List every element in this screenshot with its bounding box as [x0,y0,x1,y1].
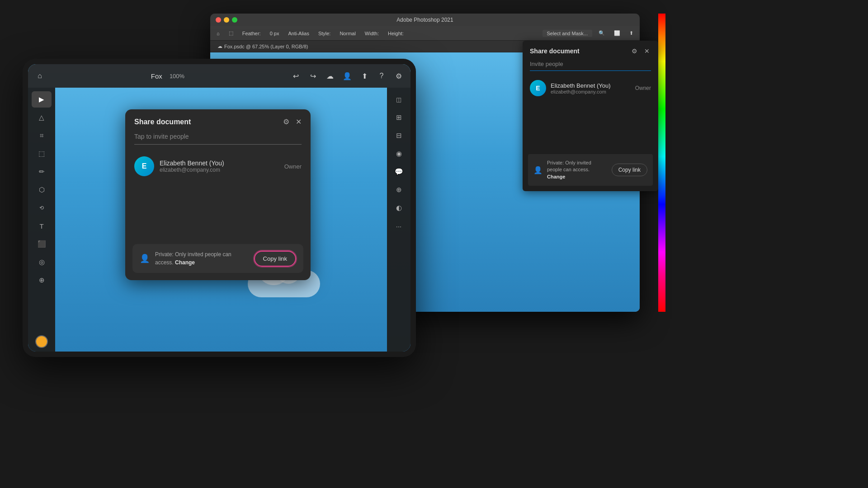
ipad-tool-stamp[interactable]: ⬡ [32,182,52,198]
ipad-tool-comments[interactable]: 💬 [389,164,409,180]
ipad-settings-icon[interactable]: ⚙ [392,70,405,82]
ipad-tool-crop[interactable]: ⬚ [32,145,52,162]
ipad-tool-text[interactable]: T [32,218,52,234]
user-role-desktop: Owner [635,85,651,91]
ipad-zoom-level: 100% [170,73,184,80]
ipad-tool-brush[interactable]: ✏ [32,164,52,180]
ps-select-mask-btn[interactable]: Select and Mask... [542,30,593,37]
share-dialog-settings-icon[interactable]: ⚙ [283,117,289,126]
share-user-row-ipad: E Elizabeth Bennet (You) elizabeth@compa… [125,152,311,181]
ipad-tool-zoom[interactable]: ⊕ [32,272,52,288]
ps-toolbar: ⌂ ⬚ Feather: 0 px Anti-Alias Style: Norm… [210,26,640,41]
share-dialog-ipad-title: Share document [134,118,191,126]
ipad-upload-icon[interactable]: ⬆ [358,70,371,82]
ipad-right-toolbar: ◫ ⊞ ⊟ ◉ 💬 ⊕ ◐ ··· [387,88,410,352]
ipad-tool-shape[interactable]: ⬛ [32,236,52,252]
ps-zoom-icon[interactable]: ⬜ [611,29,623,37]
invite-placeholder-ipad: Tap to invite people [134,133,189,140]
user-info-desktop: Elizabeth Bennet (You) elizabeth@company… [551,82,631,94]
user-email-desktop: elizabeth@company.com [551,89,631,94]
ipad-screen: ⌂ Fox 100% ↩ ↪ ☁ 👤 ⬆ ? ⚙ ▶ △ ⌗ ⬚ ✏ ⬡ ⟲ [28,64,410,352]
private-text-ipad: Private: Only invited people can access.… [155,250,249,267]
ps-select-tool[interactable]: ⬚ [226,29,236,37]
copy-link-btn-desktop[interactable]: Copy link [612,164,647,176]
maximize-window-btn[interactable] [232,17,237,23]
ps-color-panel [658,14,665,312]
ps-height-label: Height: [385,30,406,37]
share-dialog-ipad-header-icons: ⚙ ✕ [283,117,302,126]
ipad-device: ⌂ Fox 100% ↩ ↪ ☁ 👤 ⬆ ? ⚙ ▶ △ ⌗ ⬚ ✏ ⬡ ⟲ [23,59,416,357]
ipad-tool-move[interactable]: ▶ [32,91,52,108]
ipad-tool-add-layer[interactable]: ⊕ [389,182,409,198]
ipad-tool-heal[interactable]: ⟲ [32,200,52,216]
share-dialog-ipad: Share document ⚙ ✕ Tap to invite people … [125,109,311,280]
ipad-color-swatch[interactable] [35,335,48,348]
change-ipad[interactable]: Change [175,259,195,266]
change-desktop[interactable]: Change [547,174,565,179]
user-avatar-ipad: E [134,156,154,176]
ipad-user-icon[interactable]: 👤 [341,70,354,82]
ipad-undo-icon[interactable]: ↩ [289,70,302,82]
ps-feather-value[interactable]: 0 px [267,30,282,37]
share-close-icon[interactable]: ✕ [643,47,651,55]
ipad-home-btn[interactable]: ⌂ [33,70,46,82]
user-name-desktop: Elizabeth Bennet (You) [551,82,631,89]
ipad-tool-filters[interactable]: ⊟ [389,127,409,144]
ipad-tool-adjustments[interactable]: ⊞ [389,109,409,126]
invite-people-input-desktop[interactable] [530,61,651,67]
share-dialog-spacer [125,181,311,244]
share-dialog-close-icon[interactable]: ✕ [296,117,302,126]
close-window-btn[interactable] [216,17,221,23]
ps-search-icon[interactable]: 🔍 [596,29,608,37]
ps-tab-label: Fox.psdc @ 67.25% (Layer 0, RGB/8) [224,44,308,49]
ps-titlebar: Adobe Photoshop 2021 [210,14,640,26]
share-dialog-ipad-footer: 👤 Private: Only invited people can acces… [132,244,303,273]
ps-style-value[interactable]: Normal [337,30,358,37]
user-info-ipad: Elizabeth Bennet (You) elizabeth@company… [160,160,279,173]
ipad-redo-icon[interactable]: ↪ [307,70,319,82]
ipad-topbar: ⌂ Fox 100% ↩ ↪ ☁ 👤 ⬆ ? ⚙ [28,64,410,88]
user-name-ipad: Elizabeth Bennet (You) [160,160,279,167]
ps-width-label: Width: [362,30,382,37]
ipad-left-toolbar: ▶ △ ⌗ ⬚ ✏ ⬡ ⟲ T ⬛ ◎ ⊕ [28,88,55,352]
share-footer-desktop: 👤 Private: Only invited people can acces… [528,154,653,186]
ipad-cloud-icon[interactable]: ☁ [324,70,336,82]
share-panel-title: Share document [530,47,580,55]
user-role-ipad: Owner [284,163,302,170]
panel-header-icons: ⚙ ✕ [630,47,651,55]
ipad-topbar-icons: ↩ ↪ ☁ 👤 ⬆ ? ⚙ [289,70,405,82]
ps-tab[interactable]: ☁ Fox.psdc @ 67.25% (Layer 0, RGB/8) [214,42,311,50]
user-email-ipad: elizabeth@company.com [160,167,279,173]
private-text-desktop: Private: Only invited people can access.… [547,160,607,180]
ipad-tool-lasso[interactable]: ⌗ [32,127,52,144]
cloud-icon: ☁ [217,43,222,49]
ps-home-icon[interactable]: ⌂ [214,30,222,37]
traffic-lights [216,17,237,23]
ps-share-icon[interactable]: ⬆ [627,29,636,37]
share-panel-desktop: Share document ⚙ ✕ E Elizabeth Bennet (Y… [523,41,658,191]
ipad-tool-library[interactable]: ◉ [389,145,409,162]
ipad-help-icon[interactable]: ? [375,70,388,82]
private-icon-desktop: 👤 [533,166,542,174]
share-dialog-ipad-header: Share document ⚙ ✕ [125,109,311,132]
share-panel-header: Share document ⚙ ✕ [523,41,658,60]
ps-style-label: Style: [316,30,334,37]
user-avatar-desktop: E [530,80,546,96]
ipad-tool-eyedropper[interactable]: ◎ [32,254,52,270]
ipad-tool-select[interactable]: △ [32,109,52,126]
ps-window-title: Adobe Photoshop 2021 [396,17,453,23]
ipad-tool-mask[interactable]: ◐ [389,200,409,216]
copy-link-btn-ipad[interactable]: Copy link [254,251,296,267]
share-user-row-desktop: E Elizabeth Bennet (You) elizabeth@compa… [523,76,658,100]
private-icon-ipad: 👤 [140,253,150,263]
share-invite-field-desktop[interactable] [530,60,651,71]
ipad-tool-layers[interactable]: ◫ [389,91,409,108]
ps-antialias-label: Anti-Alias [285,30,311,37]
ipad-tool-more[interactable]: ··· [389,218,409,234]
share-settings-icon[interactable]: ⚙ [630,47,638,55]
ipad-filename: Fox [151,72,162,80]
minimize-window-btn[interactable] [224,17,229,23]
share-dialog-ipad-invite[interactable]: Tap to invite people [134,132,302,145]
ps-feather-label: Feather: [240,30,264,37]
